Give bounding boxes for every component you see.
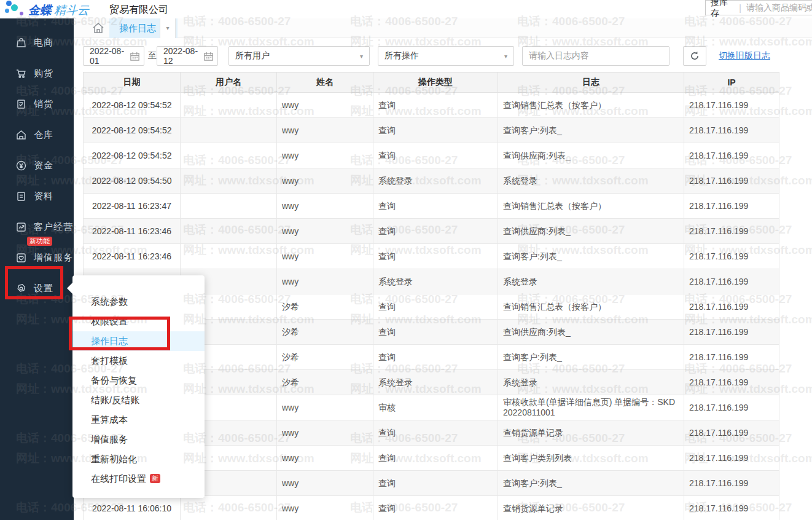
log-text-cell: 查询客户:列表_ (498, 118, 684, 143)
chevron-down-icon: ▾ (360, 53, 363, 60)
action-type-cell: 系统登录 (373, 370, 498, 395)
ip-cell: 218.17.116.199 (684, 194, 779, 219)
log-content-search-input[interactable]: 请输入日志内容 (522, 46, 670, 66)
app-logo: 金蝶 精斗云 (4, 0, 108, 18)
name-cell: 汐希 (277, 345, 373, 370)
user-filter-value: 所有用户 (235, 50, 270, 61)
menu-item-label: 备份与恢复 (91, 375, 137, 385)
name-cell: wwy (277, 395, 373, 420)
sell-doc-icon (15, 98, 27, 110)
menu-item-在线打印设置[interactable]: 在线打印设置新 (72, 469, 205, 489)
menu-item-label: 增值服务 (91, 434, 128, 444)
calendar-icon[interactable] (130, 51, 140, 61)
log-date-cell: 2022-08-11 16:06:10 (84, 496, 181, 520)
switch-old-log-link[interactable]: 切换旧版日志 (719, 50, 770, 61)
sidebar-item-label: 资金 (34, 160, 53, 171)
username-cell (181, 143, 277, 168)
log-text-cell: 查销货源单记录 (498, 420, 684, 446)
company-name: 贸易有限公司 (109, 4, 168, 17)
stock-search-box[interactable]: 搜库存 | 请输入商品编码或 (705, 0, 812, 15)
sidebar-item-电商[interactable]: 电商 (0, 27, 74, 58)
name-cell: wwy (277, 168, 373, 194)
ip-cell: 218.17.116.199 (684, 320, 779, 345)
action-type-cell: 查询 (373, 496, 498, 520)
column-header-姓名: 姓名 (277, 73, 373, 93)
calendar-icon[interactable] (203, 51, 214, 61)
action-type-cell: 查询 (373, 143, 498, 168)
name-cell: 汐希 (277, 320, 373, 345)
table-row: 2022-08-12 09:54:52wwy查询查询销售汇总表（按客户）218.… (84, 93, 779, 118)
sidebar-item-资金[interactable]: 资金 (0, 150, 74, 181)
log-text-cell: 查询供应商:列表_ (498, 143, 684, 168)
sidebar-item-资料[interactable]: 资料 (0, 181, 74, 211)
menu-item-label: 结账/反结账 (91, 395, 139, 405)
date-from-input[interactable]: 2022-08-01 (83, 46, 144, 66)
page: 金蝶 精斗云 贸易有限公司 搜库存 | 请输入商品编码或 电商购货销货仓库资金资… (0, 0, 812, 520)
log-text-cell: 系统登录 (498, 168, 684, 194)
sidebar-item-仓库[interactable]: 仓库 (0, 119, 74, 150)
sidebar-item-设置[interactable]: 设置 (0, 273, 74, 304)
customer-chart-icon (15, 221, 27, 233)
table-row: 2022-08-12 09:54:50wwy系统登录系统登录218.17.116… (84, 168, 779, 194)
ip-cell: 218.17.116.199 (684, 496, 779, 520)
log-text-cell: 系统登录 (498, 370, 684, 395)
menu-item-重算成本[interactable]: 重算成本 (72, 410, 205, 430)
date-from-value: 2022-08-01 (90, 46, 130, 66)
log-text-cell: 查询客户类别列表 (498, 446, 684, 471)
menu-item-套打模板[interactable]: 套打模板 (72, 351, 205, 371)
ip-cell: 218.17.116.199 (684, 168, 779, 194)
action-filter-value: 所有操作 (385, 50, 419, 61)
bag-icon (15, 37, 27, 49)
name-cell: 汐希 (277, 294, 373, 320)
log-date-cell: 2022-08-12 09:54:50 (84, 168, 181, 194)
menu-item-系统参数[interactable]: 系统参数 (72, 292, 205, 312)
stock-search-placeholder[interactable]: 请输入商品编码或 (746, 2, 812, 14)
log-date-cell: 2022-08-11 16:23:47 (84, 194, 181, 219)
log-text-cell: 查询供应商:列表_ (498, 219, 684, 244)
menu-item-备份与恢复[interactable]: 备份与恢复 (72, 371, 205, 390)
menu-item-结账/反结账[interactable]: 结账/反结账 (72, 390, 205, 410)
action-type-cell: 查询 (373, 118, 498, 143)
menu-item-权限设置[interactable]: 权限设置 (72, 312, 205, 331)
sidebar: 电商购货销货仓库资金资料客户经营新功能增值服务设置 (0, 18, 74, 520)
name-cell: wwy (277, 496, 373, 520)
sidebar-item-label: 资料 (34, 191, 53, 202)
name-cell: wwy (277, 471, 373, 496)
stock-search-label[interactable]: 搜库存 (711, 0, 734, 19)
home-icon[interactable] (91, 22, 106, 35)
new-feature-badge: 新功能 (27, 237, 52, 246)
new-badge: 新 (150, 474, 160, 483)
value-service-icon (15, 252, 27, 264)
user-filter-select[interactable]: 所有用户 ▾ (228, 46, 370, 66)
menu-item-重新初始化[interactable]: 重新初始化 (72, 449, 205, 469)
refresh-button[interactable] (683, 46, 706, 66)
name-cell: wwy (277, 219, 373, 244)
sidebar-item-销货[interactable]: 销货 (0, 89, 74, 119)
date-to-input[interactable]: 2022-08-12 (157, 46, 218, 66)
log-text-cell: 查询销售汇总表（按客户） (498, 194, 684, 219)
ip-cell: 218.17.116.199 (684, 294, 779, 320)
menu-item-操作日志[interactable]: 操作日志 (72, 331, 205, 351)
sidebar-item-增值服务[interactable]: 新功能增值服务 (0, 242, 74, 273)
username-cell (181, 496, 277, 520)
menu-item-增值服务[interactable]: 增值服务 (72, 430, 205, 449)
column-header-日期: 日期 (84, 73, 181, 93)
gear-icon (15, 283, 27, 294)
tab-label: 操作日志 (119, 23, 156, 34)
action-filter-select[interactable]: 所有操作 ▾ (378, 46, 514, 66)
log-text-cell: 查询销售汇总表（按客户） (498, 294, 684, 320)
ip-cell: 218.17.116.199 (684, 395, 779, 420)
data-doc-icon (15, 191, 27, 202)
sidebar-item-购货[interactable]: 购货 (0, 58, 74, 89)
action-type-cell: 查询 (373, 244, 498, 269)
tab-list-caret-icon[interactable]: ▾ (160, 18, 176, 38)
table-row: 2022-08-12 09:54:52wwy查询查询客户:列表_218.17.1… (84, 118, 779, 143)
table-row: 2022-08-11 16:06:10wwy查询查销货源单记录218.17.11… (84, 496, 779, 520)
username-cell (181, 219, 277, 244)
menu-item-label: 权限设置 (91, 316, 128, 326)
money-icon (15, 160, 27, 171)
action-type-cell: 审核 (373, 395, 498, 420)
ip-cell: 218.17.116.199 (684, 446, 779, 471)
log-text-cell: 查询客户:列表_ (498, 345, 684, 370)
sidebar-item-label: 增值服务 (34, 252, 73, 264)
